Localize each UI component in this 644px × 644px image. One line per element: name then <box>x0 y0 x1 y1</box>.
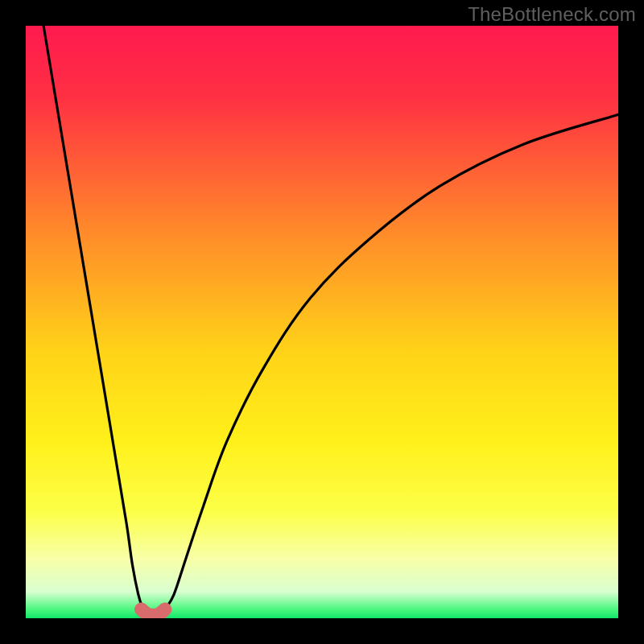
chart-svg <box>26 26 618 618</box>
watermark-text: TheBottleneck.com <box>468 3 636 26</box>
plot-area <box>26 26 618 618</box>
gradient-background <box>26 26 618 618</box>
chart-frame: TheBottleneck.com <box>0 0 644 644</box>
minimum-marker <box>142 609 165 615</box>
